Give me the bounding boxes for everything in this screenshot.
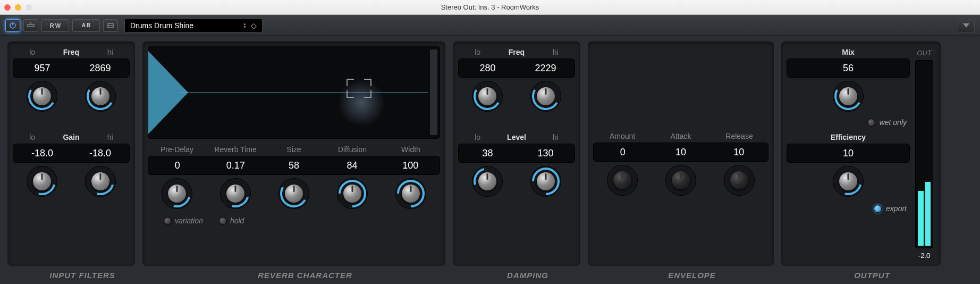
section-footer-labels: INPUT FILTERS REVERB CHARACTER DAMPING E… <box>7 266 973 284</box>
footer-label-envelope: ENVELOPE <box>595 271 789 280</box>
bypass-button[interactable] <box>23 19 38 32</box>
damping-freq-lo-knob[interactable] <box>472 81 503 112</box>
reverb-time-value[interactable]: 0.17 <box>207 160 265 171</box>
reverb-glow-icon <box>337 79 385 127</box>
led-icon <box>874 205 882 213</box>
predelay-knob[interactable] <box>162 178 192 209</box>
window-title: Stereo Out: Ins. 3 - RoomWorks <box>441 3 539 11</box>
damping-level-labels: lo Level hi <box>458 131 575 143</box>
reverb-tail-line-icon <box>180 93 428 93</box>
damping-freq-labels: lo Freq hi <box>458 46 575 57</box>
damping-level-display[interactable]: 38 130 <box>458 144 575 163</box>
meter-bar-left <box>918 191 924 246</box>
damping-freq-display[interactable]: 280 2229 <box>458 59 575 78</box>
maximize-icon[interactable] <box>26 4 32 11</box>
plugin-toolbar: RW AB Drums Drum Shine ▲▼ ◇ <box>0 15 980 36</box>
env-amount-value[interactable]: 0 <box>594 147 652 158</box>
input-freq-hi-knob[interactable] <box>85 81 116 112</box>
preset-selector[interactable]: Drums Drum Shine ▲▼ ◇ <box>124 19 263 32</box>
reverb-viz-sidebar[interactable] <box>430 49 437 135</box>
power-button[interactable] <box>5 19 20 32</box>
damping-level-hi-value[interactable]: 130 <box>517 148 575 159</box>
efficiency-knob[interactable] <box>833 166 864 197</box>
reverb-bracket-icon <box>347 90 354 98</box>
input-freq-display[interactable]: 957 2869 <box>13 59 130 78</box>
footer-label-input: INPUT FILTERS <box>15 271 150 280</box>
input-freq-hi-value[interactable]: 2869 <box>71 63 129 74</box>
damping-level-hi-knob[interactable] <box>530 166 561 197</box>
diffusion-value[interactable]: 84 <box>323 160 382 171</box>
window-controls <box>4 4 32 11</box>
preset-diamond-icon[interactable]: ◇ <box>251 21 257 30</box>
meter-db-value: -2.0 <box>918 248 930 260</box>
footer-label-damping: DAMPING <box>460 271 595 280</box>
preset-stepper-icon[interactable]: ▲▼ <box>243 22 247 29</box>
export-toggle[interactable]: export <box>787 201 910 213</box>
ab-compare-button[interactable]: AB <box>72 19 100 32</box>
width-knob[interactable] <box>395 178 426 209</box>
damping-freq-hi-value[interactable]: 2229 <box>517 63 575 74</box>
envelope-labels: Amount Attack Release <box>593 132 768 140</box>
input-gain-labels: lo Gain hi <box>13 131 130 143</box>
reverb-visualization[interactable] <box>148 46 440 139</box>
input-gain-hi-value[interactable]: -18.0 <box>71 148 129 159</box>
size-value[interactable]: 58 <box>265 160 323 171</box>
env-attack-knob[interactable] <box>665 165 696 196</box>
minimize-icon[interactable] <box>15 4 21 11</box>
damping-level-lo-knob[interactable] <box>472 166 503 197</box>
led-icon <box>219 217 227 225</box>
plugin-body: lo Freq hi 957 2869 lo Gain hi <box>0 36 980 284</box>
input-freq-labels: lo Freq hi <box>13 46 130 57</box>
svg-rect-2 <box>28 24 34 27</box>
input-freq-lo-knob[interactable] <box>27 81 57 112</box>
damping-freq-hi-knob[interactable] <box>530 81 561 112</box>
close-icon[interactable] <box>4 4 11 11</box>
damping-level-lo-value[interactable]: 38 <box>459 148 517 159</box>
section-input-filters: lo Freq hi 957 2869 lo Gain hi <box>7 41 135 266</box>
env-attack-value[interactable]: 10 <box>652 147 709 158</box>
efficiency-value[interactable]: 10 <box>787 148 909 159</box>
input-gain-lo-knob[interactable] <box>27 166 57 197</box>
variation-toggle[interactable]: variation <box>164 216 203 225</box>
env-release-value[interactable]: 10 <box>710 147 768 158</box>
env-amount-knob[interactable] <box>607 165 638 196</box>
diffusion-knob[interactable] <box>337 178 368 209</box>
reverb-time-knob[interactable] <box>220 178 251 209</box>
output-meter <box>915 60 933 248</box>
footer-label-reverb: REVERB CHARACTER <box>150 271 460 280</box>
reverb-bracket-icon <box>347 79 354 86</box>
read-write-buttons[interactable]: RW <box>41 19 69 32</box>
env-release-knob[interactable] <box>724 165 755 196</box>
reverb-bracket-icon <box>364 79 371 86</box>
size-knob[interactable] <box>278 178 309 209</box>
mix-value[interactable]: 56 <box>787 63 909 74</box>
led-icon <box>164 217 172 225</box>
efficiency-display[interactable]: 10 <box>787 144 910 163</box>
section-damping: lo Freq hi 280 2229 lo Level hi <box>453 41 580 266</box>
input-gain-hi-knob[interactable] <box>85 166 116 197</box>
predelay-value[interactable]: 0 <box>148 160 207 171</box>
led-icon <box>867 119 875 127</box>
mix-display[interactable]: 56 <box>787 59 910 78</box>
damping-freq-lo-value[interactable]: 280 <box>459 63 517 74</box>
side-chain-button[interactable] <box>103 19 118 32</box>
footer-label-output: OUTPUT <box>789 271 956 280</box>
efficiency-label-row: Efficiency <box>787 131 910 143</box>
width-value[interactable]: 100 <box>381 160 440 171</box>
hold-toggle[interactable]: hold <box>219 216 244 225</box>
envelope-values-display[interactable]: 0 10 10 <box>593 143 768 162</box>
section-envelope: Amount Attack Release 0 10 10 <box>588 41 774 266</box>
reverb-param-labels: Pre-Delay Reverb Time Size Diffusion Wid… <box>148 144 440 155</box>
input-gain-display[interactable]: -18.0 -18.0 <box>13 144 130 163</box>
input-freq-lo-value[interactable]: 957 <box>13 63 71 74</box>
reverb-values-display[interactable]: 0 0.17 58 84 100 <box>148 156 440 175</box>
meter-bar-right <box>925 182 931 246</box>
plugin-menu-button[interactable] <box>958 19 975 32</box>
preset-name: Drums Drum Shine <box>130 21 193 30</box>
mix-label-row: Mix <box>787 46 910 57</box>
input-gain-lo-value[interactable]: -18.0 <box>13 148 71 159</box>
mix-knob[interactable] <box>833 81 864 112</box>
wet-only-toggle[interactable]: wet only <box>787 116 910 131</box>
reverb-bracket-icon <box>364 90 371 98</box>
section-reverb-character: Pre-Delay Reverb Time Size Diffusion Wid… <box>142 41 445 266</box>
